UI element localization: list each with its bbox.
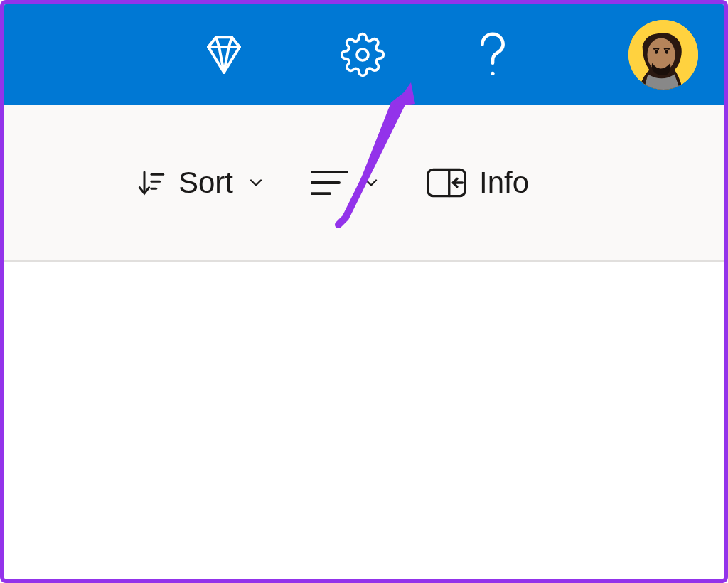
view-button[interactable] xyxy=(303,161,390,204)
svg-point-0 xyxy=(357,49,368,60)
premium-button[interactable] xyxy=(200,31,247,78)
user-avatar[interactable] xyxy=(628,20,698,90)
help-button[interactable] xyxy=(478,30,508,80)
content-area xyxy=(4,262,724,579)
chevron-down-icon xyxy=(246,173,266,193)
gear-icon xyxy=(340,32,385,77)
toolbar: Sort Info xyxy=(4,105,724,262)
header-icon-group xyxy=(200,30,508,80)
info-label: Info xyxy=(479,166,529,200)
info-button[interactable]: Info xyxy=(418,160,537,205)
chevron-down-icon xyxy=(361,173,381,193)
settings-button[interactable] xyxy=(340,32,385,77)
sort-button[interactable]: Sort xyxy=(129,160,274,205)
info-panel-icon xyxy=(427,167,466,198)
list-view-icon xyxy=(311,167,348,198)
avatar-image xyxy=(628,20,698,90)
app-header xyxy=(4,4,724,105)
question-icon xyxy=(478,30,508,80)
sort-icon xyxy=(137,167,166,198)
svg-point-1 xyxy=(491,72,494,75)
diamond-icon xyxy=(200,31,247,78)
svg-point-5 xyxy=(665,50,668,53)
sort-label: Sort xyxy=(178,166,233,200)
svg-point-3 xyxy=(647,38,675,71)
svg-point-4 xyxy=(655,50,658,53)
